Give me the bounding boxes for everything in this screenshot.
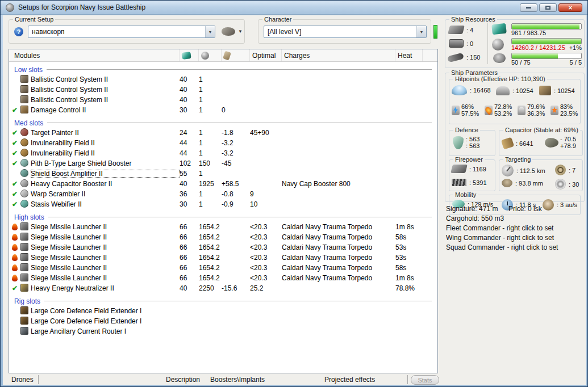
tab-boosters-implants[interactable]: Boosters\Implants bbox=[210, 376, 265, 384]
module-row[interactable]: Ballistic Control System II401 bbox=[9, 85, 437, 95]
module-status-cell: ✔ bbox=[9, 150, 20, 157]
ship-browser-button[interactable]: ▼ bbox=[222, 27, 243, 36]
module-cpu-value: 66 bbox=[180, 223, 199, 231]
module-name: Ballistic Control System II bbox=[31, 75, 180, 83]
module-row[interactable]: ✔Pith B-Type Large Shield Booster102150-… bbox=[9, 158, 437, 169]
capacitor-label: Capacitor (Stable at: 69%) bbox=[503, 127, 580, 133]
module-row[interactable]: ✔Stasis Webifier II301-0.910 bbox=[9, 199, 437, 209]
column-header-capacitor[interactable] bbox=[222, 49, 250, 61]
stats-button[interactable]: Stats bbox=[411, 375, 439, 385]
tab-projected-effects[interactable]: Projected effects bbox=[324, 376, 375, 384]
tab-drones[interactable]: Drones bbox=[11, 376, 34, 384]
module-pg-value: 1925 bbox=[199, 180, 222, 188]
thermal-resist-values: 72.8%53.2% bbox=[494, 103, 512, 117]
minimize-button[interactable] bbox=[520, 3, 537, 12]
module-cpu-value: 44 bbox=[180, 149, 199, 157]
help-icon[interactable]: ? bbox=[14, 27, 23, 36]
module-row[interactable]: Ballistic Control System II401 bbox=[9, 95, 437, 105]
module-row[interactable]: ✔Damage Control II3010 bbox=[9, 105, 437, 115]
module-name: Pith B-Type Large Shield Booster bbox=[31, 159, 180, 167]
scan-resolution-value: : 30 bbox=[569, 181, 579, 188]
dropdown-arrow-icon[interactable]: ▼ bbox=[416, 26, 426, 37]
column-header-heat[interactable]: Heat bbox=[395, 49, 423, 61]
module-row[interactable]: Large Core Defence Field Extender I bbox=[9, 316, 437, 326]
app-window: Setups for Scorpion Navy Issue Battleshi… bbox=[0, 0, 588, 387]
module-row[interactable]: Siege Missile Launcher II661654.2<20.3Ca… bbox=[9, 232, 437, 242]
modules-table-header: Modules Optimal Charges Heat bbox=[9, 49, 437, 62]
column-header-modules[interactable]: Modules bbox=[9, 49, 180, 61]
module-row[interactable]: Siege Missile Launcher II661654.2<20.3Ca… bbox=[9, 273, 437, 283]
module-icon-cell bbox=[20, 85, 31, 95]
module-row[interactable]: Shield Boost Amplifier II551 bbox=[9, 169, 437, 179]
squad-commander-line[interactable]: Squad Commander - right click to set bbox=[446, 243, 586, 251]
module-name: Siege Missile Launcher II bbox=[31, 243, 180, 251]
targeting-range-icon bbox=[502, 165, 514, 176]
module-cpu-value: 40 bbox=[180, 96, 199, 104]
module-status-cell: ✔ bbox=[9, 160, 20, 167]
dc-module-icon bbox=[20, 106, 28, 113]
firepower-group: Firepower : 1169 : 5391 bbox=[449, 159, 495, 191]
bcs-module-icon bbox=[20, 95, 28, 103]
module-row[interactable]: Large Ancillary Current Router I bbox=[9, 326, 437, 336]
module-row[interactable]: Large Core Defence Field Extender I bbox=[9, 306, 437, 316]
firepower-volley: : 5391 bbox=[452, 179, 487, 186]
module-optimal-value: 9 bbox=[250, 190, 282, 198]
slot-section-rule bbox=[47, 69, 432, 70]
module-name: Heavy Energy Neutralizer II bbox=[31, 284, 180, 292]
dronebay-bar bbox=[511, 53, 582, 59]
module-row[interactable]: ✔Invulnerability Field II441-3.2 bbox=[9, 148, 437, 158]
module-cpu-value: 66 bbox=[180, 274, 199, 282]
module-row[interactable]: Ballistic Control System II401 bbox=[9, 74, 437, 85]
module-cpu-value: 66 bbox=[180, 254, 199, 262]
setup-combobox[interactable]: навискорп ▼ bbox=[28, 26, 215, 38]
module-row[interactable]: Siege Missile Launcher II661654.2<20.3Ca… bbox=[9, 242, 437, 253]
module-icon-cell bbox=[20, 327, 31, 336]
module-row[interactable]: ✔Invulnerability Field II441-3.2 bbox=[9, 138, 437, 148]
column-header-powergrid[interactable] bbox=[199, 49, 222, 61]
drones-active-text: 5 / 5 bbox=[570, 59, 582, 66]
module-charges-value: Caldari Navy Trauma Torpedo bbox=[282, 243, 395, 251]
minimize-icon bbox=[526, 7, 531, 9]
tab-description[interactable]: Description bbox=[166, 376, 200, 384]
kinetic-resist: 79.6%36.3% bbox=[518, 103, 545, 117]
wing-commander-line[interactable]: Wing Commander - right click to set bbox=[446, 234, 586, 242]
launcher-module-icon bbox=[20, 243, 28, 251]
launcher-module-icon bbox=[20, 233, 28, 241]
tp-module-icon bbox=[20, 128, 28, 136]
dropdown-arrow-icon[interactable]: ▼ bbox=[205, 26, 215, 37]
slot-section-rule bbox=[47, 123, 432, 123]
title-bar[interactable]: Setups for Scorpion Navy Issue Battleshi… bbox=[1, 1, 587, 15]
module-row[interactable]: Siege Missile Launcher II661654.2<20.3Ca… bbox=[9, 263, 437, 273]
module-name: Siege Missile Launcher II bbox=[31, 233, 180, 241]
column-header-cpu[interactable] bbox=[180, 49, 199, 61]
module-row[interactable]: ✔Heavy Energy Neutralizer II402250-15.62… bbox=[9, 283, 437, 293]
bcs-module-icon bbox=[20, 75, 28, 83]
window-title: Setups for Scorpion Navy Issue Battleshi… bbox=[18, 3, 145, 11]
character-combobox-value: [All level V] bbox=[264, 28, 416, 36]
character-combobox[interactable]: [All level V] ▼ bbox=[264, 26, 427, 38]
slot-section-header: Med slots bbox=[9, 118, 437, 128]
fleet-commander-line[interactable]: Fleet Commander - right click to set bbox=[446, 224, 586, 232]
module-row[interactable]: Siege Missile Launcher II661654.2<20.3Ca… bbox=[9, 222, 437, 232]
overheat-flame-icon bbox=[12, 264, 18, 271]
active-check-icon: ✔ bbox=[12, 107, 18, 113]
module-icon-cell bbox=[20, 169, 31, 179]
calibration: : 150 bbox=[448, 54, 480, 61]
module-pg-value: 1654.2 bbox=[199, 274, 222, 282]
module-row[interactable]: ✔Warp Scrambler II361-0.89 bbox=[9, 189, 437, 199]
turret-hardpoint-icon bbox=[448, 26, 465, 34]
module-row[interactable]: ✔Target Painter II241-1.845+90 bbox=[9, 128, 437, 138]
module-row[interactable]: ✔Heavy Capacitor Booster II401925+58.5Na… bbox=[9, 179, 437, 189]
module-name: Stasis Webifier II bbox=[31, 200, 180, 208]
launcher-hardpoints-value: : 0 bbox=[466, 40, 473, 47]
module-optimal-value: <20.3 bbox=[250, 223, 282, 231]
column-header-charges[interactable]: Charges bbox=[282, 49, 395, 61]
thermal-resist: 72.8%53.2% bbox=[485, 103, 512, 117]
module-row[interactable]: Siege Missile Launcher II661654.2<20.3Ca… bbox=[9, 253, 437, 263]
module-pg-value: 1654.2 bbox=[199, 254, 222, 262]
module-name: Heavy Capacitor Booster II bbox=[31, 180, 180, 188]
close-button[interactable]: × bbox=[558, 3, 582, 12]
column-header-optimal[interactable]: Optimal bbox=[250, 49, 282, 61]
maximize-button[interactable] bbox=[539, 3, 557, 12]
slot-section-header: Rig slots bbox=[9, 296, 437, 306]
